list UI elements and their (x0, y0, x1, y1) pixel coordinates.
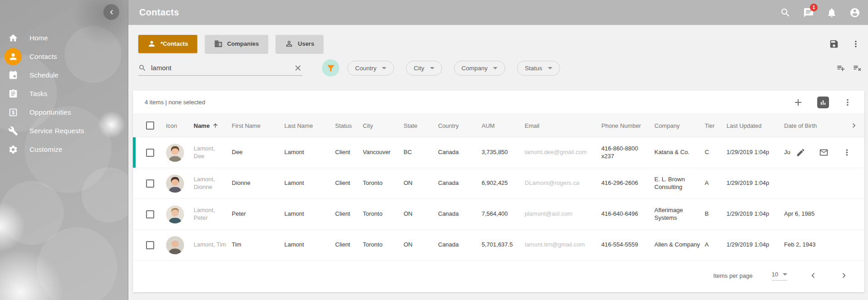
cell-tier: A (705, 179, 727, 187)
sidebar-item-contacts[interactable]: Contacts (0, 47, 128, 66)
save-view-icon[interactable] (829, 39, 839, 49)
page-size-select[interactable]: 10 (772, 271, 787, 281)
filter-chip-status[interactable]: Status (517, 61, 560, 76)
cell-last-name: Lamont (284, 210, 335, 218)
email-envelope-icon[interactable] (819, 148, 829, 157)
column-header-dob[interactable]: Date of Birth (784, 122, 849, 129)
table-row[interactable]: Lamont, Peter Peter Lamont Client Toront… (133, 199, 864, 230)
cell-name: Lamont, Peter (194, 207, 232, 222)
cell-aum: 5,701,637.5 (482, 241, 525, 249)
more-options-icon[interactable] (851, 39, 861, 49)
sidebar-item-service-requests[interactable]: Service Requests (0, 121, 128, 140)
row-more-icon[interactable] (842, 148, 852, 157)
filter-funnel-button[interactable] (322, 59, 339, 77)
plus-icon (793, 97, 804, 108)
edit-pencil-icon[interactable] (796, 148, 805, 157)
cell-company: Katana & Co. (654, 149, 705, 156)
row-checkbox[interactable] (146, 149, 154, 157)
table-row[interactable]: Lamont, Tim Tim Lamont Client Toronto ON… (133, 230, 864, 261)
column-header-last-name[interactable]: Last Name (284, 122, 335, 129)
column-header-icon[interactable]: Icon (166, 122, 194, 129)
chevron-down-icon (430, 67, 434, 69)
add-sort-icon[interactable] (836, 63, 845, 73)
column-header-city[interactable]: City (363, 122, 404, 129)
row-checkbox[interactable] (146, 241, 154, 249)
column-header-country[interactable]: Country (438, 122, 482, 129)
notification-badge: 1 (810, 4, 818, 11)
contacts-table-card: 4 items | none selected Icon Name First … (133, 91, 864, 292)
tasks-icon (5, 85, 22, 102)
sidebar-collapse-button[interactable] (103, 4, 119, 20)
cell-country: Canada (438, 210, 482, 218)
column-header-aum[interactable]: AUM (482, 122, 525, 129)
column-header-status[interactable]: Status (335, 122, 363, 129)
previous-page-icon[interactable] (808, 271, 818, 281)
column-header-tier[interactable]: Tier (705, 122, 727, 129)
tab-contacts[interactable]: *Contacts (138, 35, 197, 53)
cell-name: Lamont, Dionne (194, 176, 232, 191)
chevron-down-icon (493, 67, 497, 69)
search-icon[interactable] (780, 7, 791, 19)
contact-avatar (166, 144, 184, 162)
cell-email: lamont.dee@gmail.com (525, 149, 601, 156)
sidebar-item-label: Tasks (29, 90, 47, 97)
chevron-down-icon (382, 67, 386, 69)
table-more-icon[interactable] (843, 97, 853, 107)
filter-chip-company[interactable]: Company (454, 61, 506, 76)
search-box (138, 60, 302, 76)
chat-icon[interactable]: 1 (803, 7, 814, 19)
gear-icon (5, 141, 22, 158)
tab-label: *Contacts (161, 40, 188, 47)
table-toolbar: 4 items | none selected (133, 91, 864, 114)
search-field-icon (138, 64, 146, 72)
app-screen: Home Contacts Schedule Tasks $ Opport (0, 0, 868, 300)
column-header-last-updated[interactable]: Last Updated (727, 122, 784, 129)
cell-tier: B (705, 210, 727, 218)
chip-label: Status (525, 65, 542, 72)
chevron-down-icon (783, 273, 787, 276)
table-row[interactable]: Lamont, Dee Dee Lamont Client Vancouver … (133, 137, 864, 168)
cell-status: Client (335, 179, 363, 187)
table-row[interactable]: Lamont, Dionne Dionne Lamont Client Toro… (133, 168, 864, 199)
sidebar-item-home[interactable]: Home (0, 29, 128, 47)
sidebar-item-customize[interactable]: Customize (0, 140, 128, 159)
column-header-email[interactable]: Email (525, 122, 601, 129)
chart-view-button[interactable] (817, 97, 829, 108)
search-input[interactable] (151, 64, 293, 72)
cell-city: Toronto (363, 241, 404, 249)
filter-chip-country[interactable]: Country (347, 61, 394, 76)
row-checkbox[interactable] (146, 210, 154, 218)
sort-asc-icon (212, 122, 219, 129)
cell-last-name: Lamont (284, 241, 335, 249)
contact-avatar (166, 205, 184, 223)
add-contact-button[interactable] (793, 97, 804, 108)
row-checkbox[interactable] (146, 179, 154, 188)
scroll-columns-right-icon[interactable] (849, 121, 868, 130)
tab-companies[interactable]: Companies (205, 35, 268, 53)
tab-users[interactable]: Users (276, 35, 323, 53)
clear-search-icon[interactable] (293, 63, 302, 73)
page-size-value: 10 (772, 271, 778, 278)
clear-sort-icon[interactable] (853, 63, 862, 73)
sidebar-item-tasks[interactable]: Tasks (0, 84, 128, 103)
column-header-company[interactable]: Company (654, 122, 705, 129)
column-header-first-name[interactable]: First Name (232, 122, 284, 129)
account-icon[interactable] (849, 7, 861, 19)
column-header-phone[interactable]: Phone Number (601, 122, 654, 129)
sidebar-item-schedule[interactable]: Schedule (0, 66, 128, 84)
filter-chip-city[interactable]: City (406, 61, 442, 76)
cell-status: Client (335, 210, 363, 218)
funnel-icon (326, 63, 336, 73)
bell-icon[interactable] (826, 7, 838, 19)
cell-email: DLamont@rogers.ca (525, 179, 601, 187)
column-header-state[interactable]: State (404, 122, 438, 129)
page-title: Contacts (139, 7, 179, 18)
next-page-icon[interactable] (839, 271, 849, 281)
home-icon (5, 29, 22, 47)
items-per-page-label: Items per page (713, 272, 753, 279)
column-header-name[interactable]: Name (194, 122, 232, 129)
svg-text:$: $ (12, 110, 15, 115)
column-label: Name (194, 122, 210, 129)
sidebar-item-opportunities[interactable]: $ Opportunities (0, 103, 128, 121)
select-all-checkbox[interactable] (146, 121, 154, 130)
